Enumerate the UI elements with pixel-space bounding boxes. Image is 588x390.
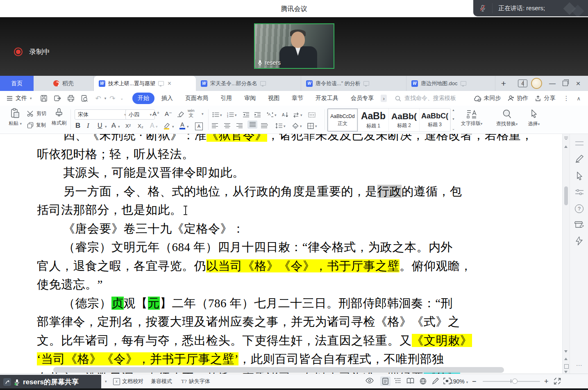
menu-tab-会员专享[interactable]: 会员专享 (345, 93, 379, 104)
doc-tab-0[interactable]: W技术上研...置与愿望× (94, 76, 196, 91)
decrease-indent-icon[interactable] (243, 110, 250, 119)
doc-line-8[interactable]: 官人，退食之暇，各宜寻览。仍以当司《格》《令》，书于厅事之壁。俯仰观瞻， (37, 257, 559, 276)
print-preview-icon[interactable] (81, 95, 88, 102)
sync-status-button[interactable]: 未同步 (474, 95, 501, 102)
align-center-icon[interactable] (224, 121, 231, 130)
read-mode-icon[interactable] (406, 378, 414, 384)
style-gallery-more-icon[interactable]: ⌄ (452, 127, 455, 131)
minimize-button[interactable]: — (548, 80, 556, 87)
scrollbar-thumb[interactable] (564, 186, 568, 205)
style-scroll-up-icon[interactable]: ▲ (452, 109, 455, 111)
borders-dropdown-icon[interactable]: ▾ (315, 124, 317, 128)
find-replace-button[interactable]: 查找替换▾ (493, 109, 521, 127)
save-icon[interactable] (40, 95, 48, 102)
numbered-list-icon[interactable]: 123 (227, 110, 234, 119)
scroll-down-arrow-icon[interactable] (564, 350, 568, 353)
style-item-标题 1[interactable]: AaBb标题 1 (358, 109, 389, 132)
shading-icon[interactable] (292, 121, 299, 130)
screen-share-banner[interactable]: resers的屏幕共享 (0, 375, 101, 389)
menu-tab-页面布局[interactable]: 页面布局 (180, 93, 213, 104)
export-icon[interactable] (54, 95, 61, 102)
justify-icon[interactable] (247, 120, 257, 129)
more-commands-icon[interactable]: ⌄ (120, 96, 124, 100)
zoom-slider-track[interactable] (483, 381, 540, 382)
strikethrough-dropdown-icon[interactable]: ▾ (118, 125, 120, 129)
copy-button[interactable]: 复制 (27, 122, 46, 129)
redo-icon[interactable]: ↷ (109, 94, 115, 103)
menu-tab-overflow-icon[interactable]: › (381, 95, 387, 102)
horizontal-scrollbar[interactable] (53, 367, 504, 373)
compat-mode-button[interactable]: 兼容模式 (151, 378, 172, 385)
doc-line-5[interactable]: 括司法那部分，也是如此。 (37, 201, 559, 220)
italic-button[interactable]: I (87, 121, 89, 130)
bullet-dropdown-icon[interactable]: ▾ (220, 113, 222, 117)
settings-sliders-icon[interactable] (570, 189, 588, 195)
document-page[interactable]: 四、《宋刑统 · 断狱》：准《狱官令》，诸犯罪未发及已发未断决，逢格改者，若格重… (0, 134, 588, 374)
menu-tab-开始[interactable]: 开始 (132, 93, 154, 104)
more-options-icon[interactable]: ⋮ (563, 95, 570, 102)
proofread-button[interactable]: ☓ 文档校对 (113, 378, 143, 385)
menu-tab-审阅[interactable]: 审阅 (239, 93, 261, 104)
style-item-标题 2[interactable]: AaBb(标题 2 (389, 109, 420, 132)
borders-icon[interactable] (307, 121, 314, 130)
distribute-icon[interactable] (261, 121, 268, 130)
style-item-标题 3[interactable]: AaBbC(标题 3 (420, 109, 450, 132)
phonetic-guide-button[interactable]: wén文 (188, 109, 195, 118)
help-icon[interactable]: ? (570, 204, 588, 213)
new-tab-button[interactable]: + (495, 76, 512, 91)
participant-video-thumbnail[interactable]: resers (254, 23, 334, 69)
close-tab-icon[interactable]: × (168, 80, 171, 87)
increase-font-button[interactable]: A⁺ (152, 109, 160, 118)
missing-font-button[interactable]: T? 缺失字体 (181, 378, 210, 385)
menu-tab-开发工具[interactable]: 开发工具 (310, 93, 344, 104)
select-tool-button[interactable]: 选择▾ (524, 109, 543, 127)
share-button[interactable]: 分享 (535, 95, 555, 102)
doc-line-10[interactable]: （德宗）贞观【元】二年（786 年）七月二十三日。刑部侍郎韩洄奏：“刑 (37, 294, 559, 313)
doc-preview-icon[interactable] (461, 81, 466, 86)
superscript-button[interactable]: X² (125, 121, 131, 130)
menu-tab-引用[interactable]: 引用 (215, 93, 237, 104)
doc-line-4[interactable]: 另一方面，令、格、式的地位，从行政的角度是重要的，是行政的遵循，包 (37, 182, 559, 201)
web-view-icon[interactable] (420, 378, 427, 385)
template-store-icon[interactable] (570, 220, 588, 229)
user-avatar[interactable] (531, 78, 542, 89)
underline-button[interactable]: U (98, 121, 102, 130)
doc-line-7[interactable]: （睿宗）文明元年（684 年）四月十四日敕：“律令格式，为政之本。内外 (37, 238, 559, 257)
text-effects-button[interactable]: A (150, 121, 154, 130)
sidebar-more-icon[interactable]: ⋯ (570, 362, 588, 369)
menu-tab-视图[interactable]: 视图 (263, 93, 285, 104)
doc-preview-icon[interactable] (158, 81, 164, 86)
clear-format-icon[interactable] (177, 109, 184, 118)
direction-dropdown-icon[interactable]: ▾ (300, 113, 302, 117)
command-search[interactable]: 查找命令、搜索模板 (395, 95, 456, 102)
doc-line-12[interactable]: 文。比年诸司，每有与夺，悉出检头。下吏得生奸，法直因之轻重。又《文明敕》 (37, 331, 559, 350)
menu-tab-插入[interactable]: 插入 (156, 93, 178, 104)
style-item-正文[interactable]: AaBbCcDd正文 (327, 109, 358, 132)
highlight-dropdown-icon[interactable]: ▾ (172, 125, 174, 129)
undo-icon[interactable]: ↶ (95, 94, 101, 103)
close-window-button[interactable]: × (574, 79, 582, 88)
bold-button[interactable]: B (75, 121, 80, 130)
doc-preview-icon[interactable] (260, 81, 266, 86)
zoom-out-button[interactable]: − (472, 377, 477, 386)
zoom-value[interactable]: 190% ▾ (450, 378, 468, 385)
text-effects-dropdown-icon[interactable]: ▾ (156, 125, 158, 129)
tab-docer[interactable]: 稻壳 (34, 76, 94, 91)
doc-line-2[interactable]: 听依犯时格；轻，听从轻法。 (37, 145, 559, 164)
font-color-button[interactable]: A (179, 121, 185, 130)
underline-dropdown-icon[interactable]: ▾ (105, 125, 107, 129)
phonetic-dropdown-icon[interactable]: ▾ (202, 112, 204, 116)
undo-dropdown-icon[interactable]: ▾ (104, 96, 107, 100)
decrease-font-button[interactable]: A⁻ (165, 109, 172, 118)
paragraph-mark-icon[interactable] (308, 110, 316, 119)
highlight-color-icon[interactable] (163, 121, 170, 130)
banner-dropdown-icon[interactable]: ▾ (105, 379, 107, 383)
doc-tab-1[interactable]: W宋天圣令...部分条名 (196, 76, 301, 91)
next-page-icon[interactable] (564, 371, 568, 373)
character-border-button[interactable]: A (195, 122, 203, 131)
line-spacing-dropdown-icon[interactable]: ▾ (284, 124, 286, 128)
sort-icon[interactable]: A (282, 110, 288, 119)
doc-line-13[interactable]: ‘当司《格》《令》，并书于厅事之壁’，此则百司皆合自有程式，不唯刑部独 (37, 350, 559, 369)
doc-line-11[interactable]: 部掌律令，定刑名，按覆大理及诸州应奏之事，并无为诸司寻检《格》《式》之 (37, 313, 559, 331)
bullet-list-icon[interactable] (212, 110, 219, 119)
